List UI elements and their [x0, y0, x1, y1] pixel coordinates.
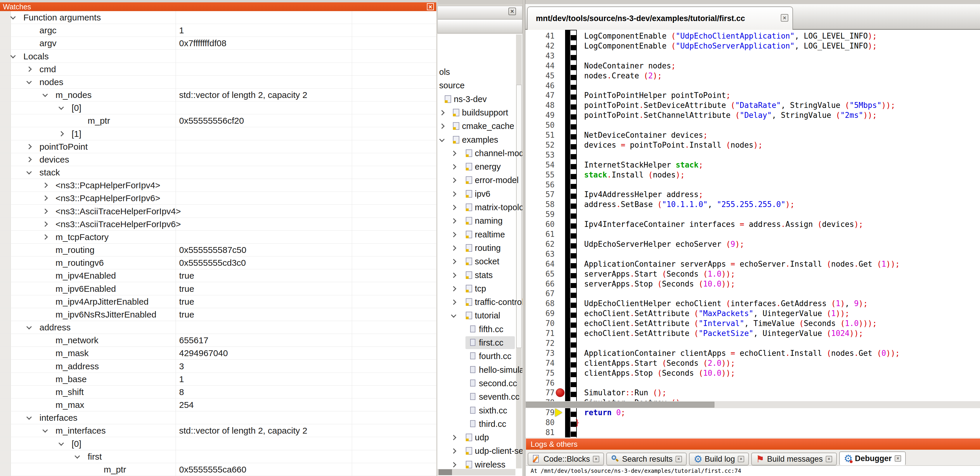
- tree-item-stats[interactable]: stats: [438, 269, 522, 281]
- code-line[interactable]: [575, 289, 980, 299]
- editor-hscroll-thumb[interactable]: [526, 402, 714, 407]
- tree-item-udp[interactable]: udp: [438, 431, 522, 444]
- watch-row[interactable]: stack: [0, 166, 436, 179]
- code-line[interactable]: [575, 180, 980, 190]
- line-number[interactable]: 51: [525, 130, 555, 140]
- editor-tab-close-icon[interactable]: ×: [781, 14, 788, 22]
- line-number[interactable]: 70: [525, 318, 555, 328]
- log-tab-build-log[interactable]: ⚙Build log×: [689, 453, 749, 465]
- watch-row[interactable]: <ns3::AsciiTraceHelperForIpv6>: [0, 218, 436, 231]
- code-line[interactable]: PointToPointHelper pointToPoint;: [575, 90, 980, 100]
- chevron-right-icon[interactable]: [451, 462, 456, 467]
- line-number[interactable]: 65: [525, 269, 555, 279]
- code-line[interactable]: Ipv4InterfaceContainer interfaces = addr…: [575, 219, 980, 229]
- chevron-down-icon[interactable]: [439, 137, 444, 142]
- code-line[interactable]: LogComponentEnable ("UdpEchoClientApplic…: [575, 31, 980, 41]
- chevron-right-icon[interactable]: [26, 66, 32, 72]
- tree-item-third-cc[interactable]: third.cc: [438, 417, 522, 430]
- code-area[interactable]: 41 LogComponentEnable ("UdpEchoClientApp…: [525, 30, 980, 439]
- watch-row[interactable]: m_tcpFactory: [0, 231, 436, 244]
- chevron-right-icon[interactable]: [451, 259, 456, 264]
- tree-item-sixth-cc[interactable]: sixth.cc: [438, 404, 522, 417]
- tree-item-fourth-cc[interactable]: fourth.cc: [438, 350, 522, 363]
- log-tab-build-messages[interactable]: ⚑Build messages×: [751, 453, 837, 465]
- chevron-down-icon[interactable]: [26, 169, 32, 174]
- tree-item-source[interactable]: source: [438, 79, 522, 92]
- code-line[interactable]: UdpEchoClientHelper echoClient (interfac…: [575, 299, 980, 308]
- chevron-down-icon[interactable]: [59, 104, 64, 110]
- watch-row[interactable]: m_base1: [0, 373, 436, 386]
- line-number[interactable]: 49: [525, 110, 555, 120]
- chevron-down-icon[interactable]: [451, 313, 456, 318]
- line-number[interactable]: 81: [525, 428, 555, 438]
- code-line[interactable]: NodeContainer nodes;: [575, 61, 980, 71]
- chevron-right-icon[interactable]: [451, 299, 456, 305]
- line-number[interactable]: 42: [525, 41, 555, 51]
- line-number[interactable]: 59: [525, 209, 555, 219]
- watch-row[interactable]: m_ptr0x5555555ca660: [0, 463, 436, 476]
- watch-row[interactable]: m_ipv6Enabledtrue: [0, 283, 436, 295]
- code-line[interactable]: devices = pointToPoint.Install (nodes);: [575, 140, 980, 150]
- watch-row[interactable]: m_ptr0x55555556cf20: [0, 114, 436, 127]
- chevron-right-icon[interactable]: [42, 183, 48, 188]
- tree-item-first-cc[interactable]: first.cc: [438, 336, 522, 349]
- tree-item-wireless[interactable]: wireless: [438, 458, 522, 471]
- chevron-right-icon[interactable]: [59, 131, 64, 136]
- tree-item-hello-simulator[interactable]: hello-simulator: [438, 363, 522, 376]
- code-line[interactable]: [575, 378, 980, 388]
- line-number[interactable]: 48: [525, 100, 555, 110]
- line-number[interactable]: 75: [525, 368, 555, 378]
- line-number[interactable]: 54: [525, 160, 555, 170]
- tree-item-realtime[interactable]: realtime: [438, 228, 522, 241]
- chevron-right-icon[interactable]: [42, 221, 48, 227]
- tree-item-tcp[interactable]: tcp: [438, 282, 522, 295]
- chevron-down-icon[interactable]: [26, 415, 32, 420]
- chevron-right-icon[interactable]: [439, 123, 444, 129]
- code-line[interactable]: LogComponentEnable ("UdpEchoServerApplic…: [575, 41, 980, 51]
- line-number[interactable]: 80: [525, 417, 555, 428]
- line-number[interactable]: 60: [525, 219, 555, 229]
- code-line[interactable]: [575, 229, 980, 239]
- line-number[interactable]: 52: [525, 140, 555, 150]
- code-line[interactable]: [575, 81, 980, 91]
- watch-row[interactable]: m_routing0x555555587c50: [0, 244, 436, 256]
- watch-row[interactable]: m_interfacesstd::vector of length 2, cap…: [0, 424, 436, 437]
- tree-item-ipv6[interactable]: ipv6: [438, 187, 522, 200]
- line-number[interactable]: 61: [525, 229, 555, 239]
- tree-item-traffic-control[interactable]: traffic-control: [438, 296, 522, 308]
- watch-row[interactable]: devices: [0, 153, 436, 166]
- line-number[interactable]: 71: [525, 328, 555, 338]
- chevron-right-icon[interactable]: [451, 219, 456, 224]
- log-tab-code-blocks[interactable]: Code::Blocks×: [528, 453, 604, 465]
- line-number[interactable]: 76: [525, 378, 555, 388]
- tree-item-channel-models[interactable]: channel-models: [438, 147, 522, 160]
- tree-item-naming[interactable]: naming: [438, 214, 522, 227]
- code-line[interactable]: UdpEchoServerHelper echoServer (9);: [575, 239, 980, 249]
- line-number[interactable]: 43: [525, 51, 555, 61]
- watch-row[interactable]: pointToPoint: [0, 141, 436, 153]
- log-tab-search-results[interactable]: Search results×: [606, 453, 687, 465]
- line-number[interactable]: 62: [525, 239, 555, 249]
- code-line[interactable]: Simulator::Run ();: [575, 388, 980, 398]
- code-line[interactable]: NetDeviceContainer devices;: [575, 130, 980, 140]
- watch-row[interactable]: [0]: [0, 101, 436, 114]
- watches-titlebar[interactable]: Watches: [0, 2, 436, 11]
- chevron-right-icon[interactable]: [451, 286, 456, 291]
- watch-row[interactable]: m_routingv60x5555555cd3c0: [0, 256, 436, 269]
- chevron-right-icon[interactable]: [42, 196, 48, 201]
- code-line[interactable]: nodes.Create (2);: [575, 71, 980, 81]
- watch-row[interactable]: <ns3::AsciiTraceHelperForIpv4>: [0, 205, 436, 218]
- log-tab-close-icon[interactable]: ×: [895, 455, 901, 462]
- tree-item-tutorial[interactable]: tutorial: [438, 309, 522, 322]
- code-line[interactable]: pointToPoint.SetDeviceAttribute ("DataRa…: [575, 100, 980, 110]
- tree-item-energy[interactable]: energy: [438, 160, 522, 173]
- line-number[interactable]: 44: [525, 61, 555, 71]
- watch-row[interactable]: m_network655617: [0, 334, 436, 347]
- watch-row[interactable]: Locals: [0, 50, 436, 63]
- chevron-right-icon[interactable]: [451, 150, 456, 156]
- code-line[interactable]: serverApps.Start (Seconds (1.0));: [575, 269, 980, 279]
- line-number[interactable]: 72: [525, 338, 555, 348]
- chevron-right-icon[interactable]: [451, 204, 456, 210]
- watch-row[interactable]: m_ipv6NsRsJitterEnabledtrue: [0, 308, 436, 321]
- code-line[interactable]: echoClient.SetAttribute ("PacketSize", U…: [575, 328, 980, 338]
